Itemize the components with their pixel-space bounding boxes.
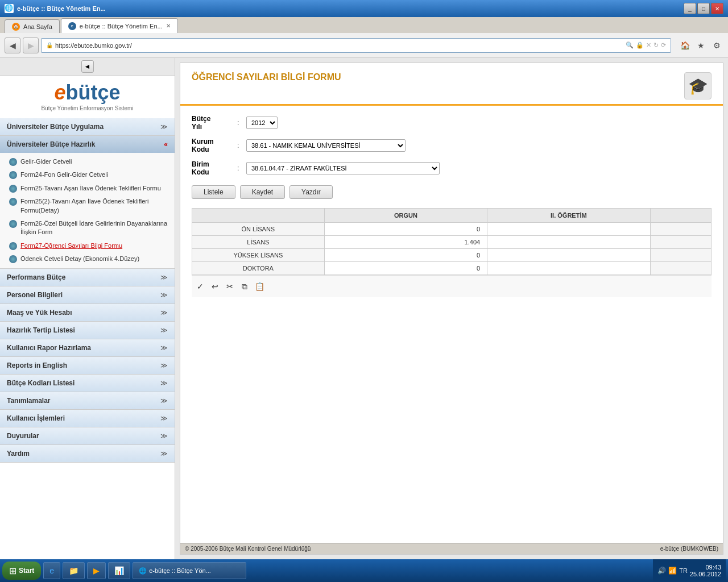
menu-header-maas[interactable]: Maaş ve Yük Hesabı ≫	[0, 304, 175, 321]
form-row-birim-kodu: BirimKodu : 38.61.04.47 - ZİRAAT FAKÜLTE…	[192, 160, 712, 176]
label-birim-kodu: BirimKodu	[192, 160, 237, 176]
value-kurum-kodu: 38.61 - NAMIK KEMAL ÜNİVERSİTESİ	[246, 139, 406, 152]
form27-link[interactable]: Form27-Öğrenci Sayıları Bilgi Formu	[20, 242, 122, 249]
menu-label-duyurular: Duyurular	[7, 432, 39, 440]
menu-section-yardim: Yardım ≫	[0, 445, 175, 463]
form-row-butce-yili: BütçeYılı : 2012	[192, 115, 712, 131]
menu-item-gelir-gider[interactable]: Gelir-Gider Cetveli	[0, 155, 175, 168]
taskbar-office-button[interactable]: 📊	[108, 562, 130, 579]
menu-header-kullanici-rapor[interactable]: Kullanıcı Rapor Hazırlama ≫	[0, 339, 175, 356]
butce-yili-select[interactable]: 2012	[246, 117, 278, 129]
media-icon: ▶	[93, 566, 100, 575]
kaydet-button[interactable]: Kaydet	[240, 185, 285, 199]
value-doktora-orgun[interactable]: 0	[324, 262, 487, 275]
menu-arrow-personel: ≫	[160, 291, 168, 299]
menu-header-yardim[interactable]: Yardım ≫	[0, 445, 175, 462]
paste-icon-button[interactable]: 📋	[253, 280, 266, 293]
menu-item-label-form27: Form27-Öğrenci Sayıları Bilgi Formu	[20, 242, 122, 250]
th-empty	[192, 209, 325, 223]
menu-item-odenek[interactable]: Ödenek Cetveli Detay (Ekonomik 4.Düzey)	[0, 252, 175, 265]
bullet-icon	[9, 185, 17, 193]
menu-header-reports-english[interactable]: Reports in English ≫	[0, 357, 175, 374]
value-lisans-ii[interactable]	[487, 236, 650, 249]
row-label-lisans: LİSANS	[192, 236, 325, 249]
value-lisans-orgun[interactable]: 1.404	[324, 236, 487, 249]
menu-section-uygulama: Üniversiteler Bütçe Uygulama ≫	[0, 118, 175, 136]
menu-label-hazirlik: Üniversiteler Bütçe Hazırlık	[7, 140, 95, 148]
menu-header-personel[interactable]: Personel Bilgileri ≫	[0, 286, 175, 304]
taskbar-media-button[interactable]: ▶	[87, 562, 106, 579]
menu-arrow-kullanici-rapor: ≫	[160, 344, 168, 352]
row-label-doktora: DOKTORA	[192, 262, 325, 275]
home-icon[interactable]: 🏠	[678, 39, 692, 52]
menu-header-tanimlamalar[interactable]: Tanımlamalar ≫	[0, 392, 175, 409]
menu-label-kullanici-islemleri: Kullanıcı İşlemleri	[7, 414, 65, 422]
kurum-kodu-select[interactable]: 38.61 - NAMIK KEMAL ÜNİVERSİTESİ	[246, 139, 406, 152]
value-doktora-ii[interactable]	[487, 262, 650, 275]
bullet-icon	[9, 255, 17, 263]
sidebar-scroll[interactable]: Üniversiteler Bütçe Uygulama ≫ Üniversit…	[0, 118, 175, 559]
bullet-icon	[9, 158, 17, 166]
tab-ebutce-close[interactable]: ✕	[166, 23, 171, 29]
favorites-icon[interactable]: ★	[694, 39, 708, 52]
tab-anasayfa[interactable]: 🏠 Ana Sayfa	[5, 19, 60, 33]
cut-icon-button[interactable]: ✂	[224, 280, 236, 293]
window-frame: 🌐 e-bütçe :: Bütçe Yönetim En... _ □ ✕ 🏠…	[0, 0, 728, 582]
row-label-on-lisans: ÖN LİSANS	[192, 223, 325, 236]
tray-date: 25.06.2012	[690, 571, 721, 577]
menu-item-form24[interactable]: Form24-Fon Gelir-Gider Cetveli	[0, 168, 175, 181]
menu-arrow-yardim: ≫	[160, 450, 168, 458]
yazdir-button[interactable]: Yazdır	[289, 185, 333, 199]
row-label-yuksek-lisans: YÜKSEK LİSANS	[192, 249, 325, 262]
logo-e: e	[54, 81, 65, 104]
forward-button[interactable]: ▶	[23, 38, 39, 53]
menu-header-duyurular[interactable]: Duyurular ≫	[0, 427, 175, 444]
value-birim-kodu: 38.61.04.47 - ZİRAAT FAKÜLTESİ	[246, 162, 440, 174]
undo-icon-button[interactable]: ↩	[209, 280, 221, 293]
cell-extra-1	[650, 223, 711, 236]
bullet-icon	[9, 220, 17, 228]
tab-ebutce[interactable]: e e-bütçe :: Bütçe Yönetim En... ✕	[61, 18, 178, 33]
menu-item-form25[interactable]: Form25-Tavanı Aşan İlave Ödenek Teklifle…	[0, 182, 175, 195]
menu-header-uygulama[interactable]: Üniversiteler Bütçe Uygulama ≫	[0, 118, 175, 135]
minimize-button[interactable]: _	[684, 3, 696, 14]
sidebar-toggle-button[interactable]: ◄	[81, 60, 94, 73]
value-yuksek-lisans-ii[interactable]	[487, 249, 650, 262]
taskbar-ie-button[interactable]: e	[43, 562, 60, 579]
menu-item-form26[interactable]: Form26-Özel Bütçeli İdare Gelirlerinin D…	[0, 217, 175, 239]
settings-icon[interactable]: ⚙	[710, 39, 723, 52]
birim-kodu-select[interactable]: 38.61.04.47 - ZİRAAT FAKÜLTESİ	[246, 162, 440, 174]
value-yuksek-lisans-orgun[interactable]: 0	[324, 249, 487, 262]
menu-header-hazirlik[interactable]: Üniversiteler Bütçe Hazırlık «	[0, 136, 175, 153]
taskbar-active-window[interactable]: 🌐 e-bütçe :: Bütçe Yön...	[133, 562, 246, 579]
close-button[interactable]: ✕	[711, 3, 723, 14]
menu-header-kullanici-islemleri[interactable]: Kullanıcı İşlemleri ≫	[0, 410, 175, 427]
menu-section-personel: Personel Bilgileri ≫	[0, 286, 175, 304]
address-bar: 🔒 https://ebutce.bumko.gov.tr/ 🔍 🔒 ✕ ↻ ⟳	[41, 38, 671, 53]
title-bar: 🌐 e-bütçe :: Bütçe Yönetim En... _ □ ✕	[0, 0, 728, 17]
menu-section-maas: Maaş ve Yük Hesabı ≫	[0, 304, 175, 322]
listele-button[interactable]: Listele	[192, 185, 235, 199]
menu-header-butce-kodlari[interactable]: Bütçe Kodları Listesi ≫	[0, 375, 175, 392]
value-on-lisans-orgun[interactable]: 0	[324, 223, 487, 236]
menu-header-performans[interactable]: Performans Bütçe ≫	[0, 269, 175, 286]
menu-item-form25-2[interactable]: Form25(2)-Tavanı Aşan İlave Ödenek Tekli…	[0, 195, 175, 217]
menu-label-reports-english: Reports in English	[7, 361, 67, 369]
menu-section-hazirlik: Üniversiteler Bütçe Hazırlık « Gelir-Gid…	[0, 136, 175, 269]
menu-section-kullanici-islemleri: Kullanıcı İşlemleri ≫	[0, 410, 175, 427]
logo-btce: bütçe	[66, 81, 121, 104]
back-button[interactable]: ◀	[5, 38, 20, 53]
menu-header-hazirlik-tertip[interactable]: Hazırlık Tertip Listesi ≫	[0, 322, 175, 339]
sidebar-header: ◄	[0, 58, 175, 76]
menu-item-form27[interactable]: Form27-Öğrenci Sayıları Bilgi Formu	[0, 239, 175, 252]
form-row-kurum-kodu: KurumKodu : 38.61 - NAMIK KEMAL ÜNİVERSİ…	[192, 138, 712, 153]
taskbar-explorer-button[interactable]: 📁	[63, 562, 85, 579]
check-icon-button[interactable]: ✓	[194, 280, 206, 293]
maximize-button[interactable]: □	[697, 3, 710, 14]
copy-icon-button[interactable]: ⧉	[238, 280, 251, 293]
status-bar: © 2005-2006 Bütçe Mali Kontrol Genel Müd…	[180, 543, 723, 554]
menu-section-duyurular: Duyurular ≫	[0, 427, 175, 445]
value-on-lisans-ii[interactable]	[487, 223, 650, 236]
address-text: https://ebutce.bumko.gov.tr/	[55, 42, 623, 49]
start-button[interactable]: ⊞ Start	[2, 562, 41, 580]
